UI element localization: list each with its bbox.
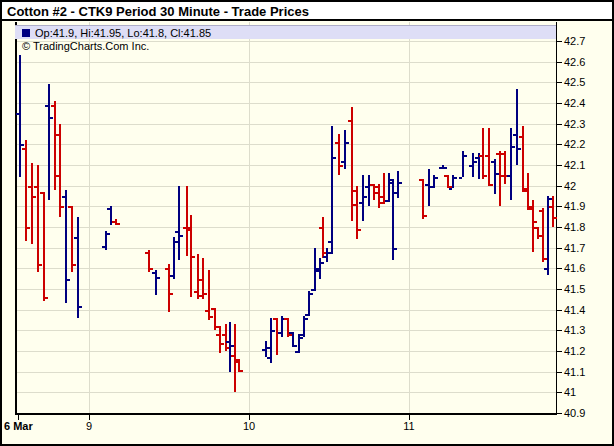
close-tick	[518, 148, 521, 150]
open-tick	[273, 318, 276, 320]
y-axis-tick	[556, 186, 562, 187]
open-tick	[507, 175, 510, 177]
ohlc-stem	[77, 217, 79, 318]
ohlc-stem	[422, 179, 424, 219]
open-tick	[107, 208, 110, 210]
close-tick	[358, 229, 361, 231]
close-tick	[45, 297, 48, 299]
ohlc-stem	[331, 126, 333, 254]
close-tick	[73, 264, 76, 266]
ohlc-stem	[356, 186, 358, 239]
open-tick	[74, 237, 77, 239]
y-axis-tick	[556, 124, 562, 125]
open-tick	[375, 186, 378, 188]
gridline-h	[15, 289, 556, 290]
gridline-v	[89, 22, 90, 413]
y-axis-label: 41.2	[564, 345, 585, 357]
close-tick	[346, 142, 349, 144]
gridline-h	[15, 268, 556, 269]
close-tick	[107, 233, 110, 235]
gridline-h	[15, 392, 556, 393]
open-tick	[16, 113, 19, 115]
y-axis-tick	[556, 289, 562, 290]
open-tick	[56, 134, 59, 136]
open-tick	[389, 182, 392, 184]
open-tick	[68, 206, 71, 208]
ohlc-stem	[499, 151, 501, 206]
ohlc-stem	[173, 237, 175, 279]
x-axis-label: 10	[229, 420, 269, 432]
gridline-h	[15, 165, 556, 166]
ohlc-stem	[168, 264, 170, 312]
ohlc-stem	[472, 153, 474, 177]
ohlc-stem	[48, 84, 50, 200]
gridline-h	[15, 82, 556, 83]
open-tick	[519, 136, 522, 138]
ohlc-stem	[338, 134, 340, 175]
y-axis-label: 41	[564, 386, 576, 398]
open-tick	[496, 153, 499, 155]
gridline-h	[15, 186, 556, 187]
y-axis-tick	[556, 41, 562, 42]
gridline-h	[15, 227, 556, 228]
open-tick	[323, 256, 326, 258]
close-tick	[464, 155, 467, 157]
y-axis-tick	[556, 227, 562, 228]
ohlc-stem	[522, 126, 524, 192]
ohlc-stem	[155, 270, 157, 295]
y-axis-tick	[556, 372, 562, 373]
close-tick	[272, 330, 275, 332]
ohlc-stem	[197, 254, 199, 299]
close-tick	[294, 345, 297, 347]
gridline-h	[15, 310, 556, 311]
open-tick	[348, 120, 351, 122]
y-axis-label: 42.5	[564, 76, 585, 88]
open-tick	[341, 161, 344, 163]
y-axis-label: 40.9	[564, 407, 585, 419]
close-tick	[180, 235, 183, 237]
open-tick	[539, 210, 542, 212]
y-axis-label: 42	[564, 180, 576, 192]
open-tick	[529, 206, 532, 208]
open-tick	[485, 155, 488, 157]
gridline-h	[15, 62, 556, 63]
close-tick	[454, 177, 457, 179]
y-axis-label: 42.4	[564, 97, 585, 109]
ohlc-stem	[388, 173, 390, 202]
y-axis-tick	[556, 248, 562, 249]
legend-band: Op:41.9, Hi:41.95, Lo:41.8, Cl:41.85	[15, 25, 556, 39]
open-tick	[231, 355, 234, 357]
open-tick	[370, 184, 373, 186]
open-tick	[394, 192, 397, 194]
open-tick	[235, 359, 238, 361]
ohlc-stem	[532, 200, 534, 252]
series-swatch-icon	[22, 29, 30, 37]
open-tick	[40, 192, 43, 194]
open-tick	[534, 227, 537, 229]
gridline-h	[15, 351, 556, 352]
y-axis-tick	[556, 206, 562, 207]
y-axis-label: 42.7	[564, 35, 585, 47]
close-tick	[240, 370, 243, 372]
open-tick	[194, 291, 197, 293]
y-axis-tick	[556, 330, 562, 331]
ohlc-stem	[537, 227, 539, 239]
open-tick	[475, 157, 478, 159]
open-tick	[216, 334, 219, 336]
ohlc-stem	[344, 130, 346, 169]
y-axis-tick	[556, 413, 562, 414]
ohlc-stem	[504, 151, 506, 184]
ohlc-stem	[527, 173, 529, 210]
close-tick	[310, 293, 313, 295]
open-tick	[328, 241, 331, 243]
y-axis-tick	[556, 351, 562, 352]
ohlc-stem	[65, 190, 67, 303]
y-axis-label: 41.6	[564, 262, 585, 274]
ohlc-stem	[31, 163, 33, 244]
chart-window: Cotton #2 - CTK9 Period 30 Minute - Trad…	[0, 0, 614, 446]
open-tick	[359, 202, 362, 204]
open-tick	[300, 334, 303, 336]
ohlc-stem	[516, 89, 518, 165]
close-tick	[554, 217, 557, 219]
open-tick	[205, 310, 208, 312]
